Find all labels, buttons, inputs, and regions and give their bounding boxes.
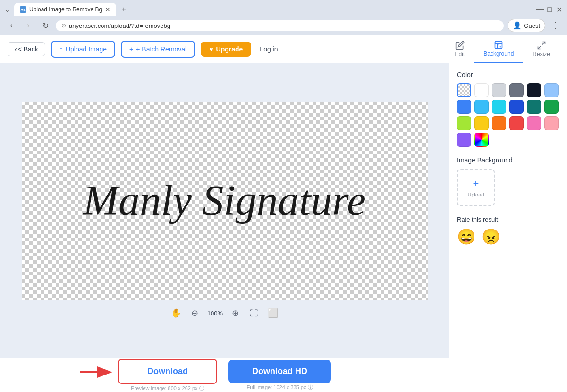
image-bg-label: Image Background xyxy=(457,156,559,164)
rate-label: Rate this result: xyxy=(457,216,559,223)
color-swatch-dark-blue[interactable] xyxy=(509,100,524,114)
background-tab-label: Background xyxy=(483,51,514,57)
color-swatch-dark-teal[interactable] xyxy=(527,100,541,114)
zoom-in-btn[interactable]: ⊕ xyxy=(228,307,242,320)
angry-emoji-btn[interactable]: 😠 xyxy=(482,228,500,246)
profile-label: Guest xyxy=(524,22,540,29)
pan-tool-btn[interactable]: ✋ xyxy=(169,307,183,320)
full-info: Full image: 1024 x 335 px ⓘ xyxy=(246,384,313,391)
background-icon xyxy=(494,40,503,50)
resize-icon xyxy=(537,41,546,50)
color-swatch-cyan[interactable] xyxy=(492,100,506,114)
browser-menu-btn[interactable]: ⋮ xyxy=(549,19,562,32)
color-swatch-purple[interactable] xyxy=(457,133,471,147)
download-label: Download xyxy=(147,366,188,376)
reload-btn[interactable]: ↻ xyxy=(39,19,52,32)
address-bar[interactable]: ⊙ anyeraser.com/upload/?td=removebg xyxy=(56,20,504,31)
forward-nav-btn[interactable]: › xyxy=(22,19,35,32)
back-nav-btn[interactable]: ‹ xyxy=(5,19,18,32)
upload-label: Upload Image xyxy=(66,45,107,53)
svg-line-2 xyxy=(542,42,545,44)
bottom-bar: Download Preview image: 800 x 262 px ⓘ D… xyxy=(0,358,449,392)
plus-icon: + xyxy=(473,178,479,190)
split-view-btn[interactable]: ⬜ xyxy=(266,307,279,320)
back-button[interactable]: ‹ < Back xyxy=(8,42,45,56)
happy-emoji-btn[interactable]: 😄 xyxy=(457,228,476,246)
color-swatch-black[interactable] xyxy=(527,83,541,97)
upgrade-button[interactable]: ♥ Upgrade xyxy=(201,42,251,57)
profile-icon: 👤 xyxy=(513,21,522,30)
tab-close-btn[interactable]: ✕ xyxy=(105,6,110,13)
emoji-row: 😄 😠 xyxy=(457,228,559,246)
color-section: Color xyxy=(457,71,559,147)
preview-info: Preview image: 800 x 262 px ⓘ xyxy=(131,385,204,392)
color-swatch-red[interactable] xyxy=(509,116,524,130)
upload-icon: ↑ xyxy=(59,45,63,53)
app-header: ‹ < Back ↑ Upload Image + + Batch Remova… xyxy=(0,35,567,63)
color-label: Color xyxy=(457,71,559,78)
color-swatch-orange[interactable] xyxy=(492,116,506,130)
color-swatch-green[interactable] xyxy=(544,100,559,114)
upload-bg-label: Upload xyxy=(468,192,484,197)
red-arrow xyxy=(78,363,116,382)
upload-background-btn[interactable]: + Upload xyxy=(457,169,495,206)
right-panel: Color xyxy=(449,63,567,392)
upgrade-label: Upgrade xyxy=(216,45,243,53)
heart-icon: ♥ xyxy=(209,45,213,53)
login-button[interactable]: Log in xyxy=(257,43,280,56)
color-swatch-transparent[interactable] xyxy=(457,83,471,97)
color-grid xyxy=(457,83,559,147)
url-text: anyeraser.com/upload/?td=removebg xyxy=(69,22,498,29)
zoom-controls: ✋ ⊖ 100% ⊕ ⛶ ⬜ xyxy=(169,307,279,320)
close-window-btn[interactable]: ✕ xyxy=(556,6,562,13)
checkerboard-bg: Manly Signature xyxy=(22,102,428,300)
download-hd-button[interactable]: Download HD xyxy=(228,360,331,383)
download-hd-label: Download HD xyxy=(252,366,307,376)
lock-icon: ⊙ xyxy=(61,22,66,29)
color-swatch-yellow[interactable] xyxy=(474,116,489,130)
back-label: < Back xyxy=(18,45,38,53)
tab-favicon: AE xyxy=(20,6,26,13)
color-swatch-gradient[interactable] xyxy=(474,133,489,147)
upload-image-button[interactable]: ↑ Upload Image xyxy=(51,41,115,58)
color-swatch-light-gray[interactable] xyxy=(492,83,506,97)
color-swatch-light-pink[interactable] xyxy=(544,116,559,130)
login-label: Log in xyxy=(260,45,278,53)
color-swatch-gray[interactable] xyxy=(509,83,524,97)
color-swatch-blue[interactable] xyxy=(457,100,471,114)
image-background-section: Image Background + Upload xyxy=(457,156,559,206)
edit-tab-label: Edit xyxy=(455,51,465,58)
svg-line-1 xyxy=(495,41,502,48)
rate-section: Rate this result: 😄 😠 xyxy=(457,216,559,246)
tab-resize[interactable]: Resize xyxy=(523,36,559,62)
canvas-area: Manly Signature ✋ ⊖ 100% ⊕ ⛶ ⬜ xyxy=(0,63,449,358)
active-browser-tab[interactable]: AE Upload Image to Remove Bg ✕ xyxy=(14,3,116,16)
batch-removal-button[interactable]: + + Batch Removal xyxy=(121,41,195,58)
image-container: Manly Signature xyxy=(22,102,428,300)
color-swatch-sky[interactable] xyxy=(474,100,489,114)
fit-screen-btn[interactable]: ⛶ xyxy=(247,307,261,320)
minimize-btn[interactable]: — xyxy=(537,6,543,13)
maximize-btn[interactable]: □ xyxy=(546,6,553,13)
color-swatch-pink[interactable] xyxy=(527,116,541,130)
download-button[interactable]: Download xyxy=(118,359,217,384)
batch-label: + Batch Removal xyxy=(136,45,186,53)
edit-icon xyxy=(455,41,465,50)
svg-line-3 xyxy=(538,46,541,49)
tab-background[interactable]: Background xyxy=(474,35,523,63)
resize-tab-label: Resize xyxy=(533,51,550,58)
zoom-level: 100% xyxy=(207,310,223,317)
color-swatch-light-blue[interactable] xyxy=(544,83,559,97)
tab-title: Upload Image to Remove Bg xyxy=(29,6,102,13)
tool-tabs: Edit Background Resize xyxy=(446,35,559,63)
new-tab-btn[interactable]: + xyxy=(118,4,129,15)
signature-image: Manly Signature xyxy=(64,166,385,236)
tab-edit[interactable]: Edit xyxy=(446,36,474,62)
tab-list-btn[interactable]: ⌄ xyxy=(5,6,10,13)
color-swatch-lime[interactable] xyxy=(457,116,471,130)
color-swatch-white[interactable] xyxy=(474,83,489,97)
profile-btn[interactable]: 👤 Guest xyxy=(508,19,545,32)
back-arrow-icon: ‹ xyxy=(15,45,17,53)
zoom-out-btn[interactable]: ⊖ xyxy=(188,307,202,320)
batch-icon: + xyxy=(129,45,133,53)
